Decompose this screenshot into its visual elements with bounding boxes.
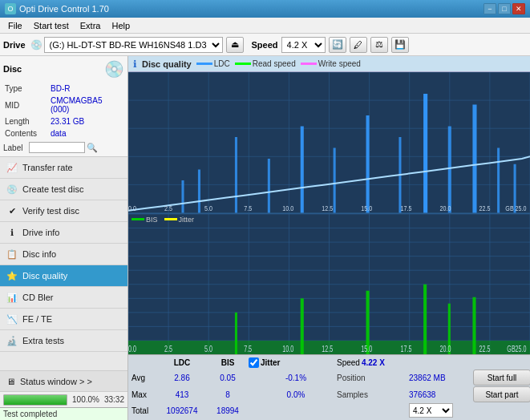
status-text: Test completed	[3, 410, 57, 418]
nav-disc-info-label: Disc info	[22, 249, 56, 259]
nav-verify-test-disc[interactable]: ✔ Verify test disc	[0, 200, 127, 222]
svg-text:15.0: 15.0	[361, 204, 372, 212]
svg-text:GB: GB	[505, 204, 514, 212]
fe-te-icon: 📉	[6, 313, 18, 325]
start-full-button[interactable]: Start full	[473, 370, 530, 386]
start-part-button[interactable]: Start part	[473, 386, 530, 402]
svg-text:0.0: 0.0	[128, 204, 136, 212]
legend-ldc: LDC	[196, 59, 230, 68]
main-layout: Disc 💿 Type BD-R MID CMCMAGBA5 (000) Len…	[0, 56, 530, 420]
eject-button[interactable]: ⏏	[226, 37, 244, 53]
nav-extra-tests[interactable]: 🔬 Extra tests	[0, 330, 127, 352]
disc-panel: Disc 💿 Type BD-R MID CMCMAGBA5 (000) Len…	[0, 56, 127, 157]
refresh-button[interactable]: 🔄	[329, 37, 346, 53]
ldc-header: LDC	[157, 358, 207, 367]
contents-label: Contents	[5, 128, 49, 139]
create-test-disc-icon: 💿	[6, 184, 18, 195]
nav-drive-info-label: Drive info	[22, 228, 59, 237]
nav-create-test-disc[interactable]: 💿 Create test disc	[0, 179, 127, 200]
bis-jitter-legend: BIS Jitter	[131, 216, 194, 224]
burn-button[interactable]: 🖊	[350, 37, 367, 53]
bis-legend-color	[131, 218, 144, 220]
avg-ldc: 2.86	[157, 374, 207, 382]
label-input[interactable]	[29, 142, 85, 153]
bottom-chart-svg: 10% 8% 6% 4% 2% 10 9 8 7 6 5 4 3 2 1	[128, 214, 530, 355]
svg-rect-77	[235, 312, 237, 354]
max-jitter: 0.0%	[249, 390, 337, 399]
status-window-label: Status window > >	[20, 377, 92, 386]
minimize-button[interactable]: −	[483, 3, 496, 14]
maximize-button[interactable]: □	[498, 3, 511, 14]
svg-rect-18	[181, 180, 184, 213]
menu-start-test[interactable]: Start test	[29, 19, 74, 32]
svg-text:12.5: 12.5	[322, 344, 333, 353]
max-label: Max	[131, 390, 157, 399]
top-chart: 18X 16X 12X 8X 4X 500 400 300 200 100 0.…	[128, 72, 530, 214]
bis-legend-item: BIS	[131, 216, 158, 224]
legend-ldc-color	[196, 63, 212, 65]
svg-rect-78	[301, 298, 304, 354]
svg-rect-20	[235, 137, 237, 213]
nav-disc-info[interactable]: 📋 Disc info	[0, 244, 127, 265]
svg-text:2.5: 2.5	[164, 204, 172, 212]
svg-rect-24	[366, 115, 370, 213]
drive-info-icon: ℹ	[6, 227, 18, 238]
type-label: Type	[5, 83, 49, 94]
dq-header: ℹ Disc quality LDC Read speed Write spee…	[128, 56, 530, 72]
verify-test-disc-icon: ✔	[6, 205, 18, 216]
disc-panel-title: Disc	[3, 64, 22, 74]
nav-drive-info[interactable]: ℹ Drive info	[0, 222, 127, 244]
bis-header: BIS	[207, 358, 249, 367]
legend-read: Read speed	[235, 59, 296, 68]
menu-help[interactable]: Help	[107, 19, 135, 32]
position-header: Position	[337, 374, 409, 382]
menu-file[interactable]: File	[3, 19, 27, 32]
nav-fe-te[interactable]: 📉 FE / TE	[0, 309, 127, 330]
label-search-icon[interactable]: 🔍	[87, 143, 98, 153]
sidebar-nav: 📈 Transfer rate 💿 Create test disc ✔ Ver…	[0, 157, 127, 370]
progress-bar-fill	[4, 395, 67, 405]
nav-disc-quality[interactable]: ⭐ Disc quality	[0, 265, 127, 287]
svg-text:5.0: 5.0	[204, 204, 212, 212]
charts-container: 18X 16X 12X 8X 4X 500 400 300 200 100 0.…	[128, 72, 530, 354]
nav-verify-test-disc-label: Verify test disc	[22, 206, 79, 216]
svg-text:15.0: 15.0	[361, 344, 372, 353]
avg-jitter: -0.1%	[249, 374, 337, 382]
svg-text:7.5: 7.5	[244, 204, 252, 212]
nav-create-test-disc-label: Create test disc	[22, 184, 83, 194]
length-value: 23.31 GB	[51, 116, 123, 127]
total-row: Total 1092674 18994 4.2 X	[131, 403, 527, 418]
dq-icon: ℹ	[133, 59, 137, 70]
avg-label: Avg	[131, 374, 157, 382]
nav-transfer-rate[interactable]: 📈 Transfer rate	[0, 157, 127, 179]
status-window-button[interactable]: 🖥 Status window > >	[0, 370, 127, 391]
save-button[interactable]: 💾	[391, 37, 409, 53]
legend-write-color	[301, 63, 317, 65]
total-label: Total	[131, 406, 157, 415]
svg-text:5.0: 5.0	[204, 344, 212, 353]
svg-text:12.5: 12.5	[322, 204, 333, 212]
svg-text:0.0: 0.0	[128, 344, 136, 353]
nav-fe-te-label: FE / TE	[22, 314, 52, 324]
menu-extra[interactable]: Extra	[75, 19, 106, 32]
speed-label: Speed	[252, 40, 278, 50]
svg-text:2.5: 2.5	[164, 344, 172, 353]
svg-rect-28	[472, 105, 476, 213]
nav-cd-bler[interactable]: 📊 CD Bler	[0, 287, 127, 309]
transfer-rate-icon: 📈	[6, 162, 18, 173]
compare-button[interactable]: ⚖	[370, 37, 388, 53]
disc-quality-icon: ⭐	[6, 270, 18, 281]
speed-dropdown[interactable]: 4.2 X	[409, 403, 453, 418]
speed-select[interactable]: 4.2 X	[281, 37, 326, 53]
drive-select[interactable]: (G:) HL-DT-ST BD-RE WH16NS48 1.D3	[44, 37, 223, 53]
disc-info-icon: 📋	[6, 248, 18, 260]
disc-info-table: Type BD-R MID CMCMAGBA5 (000) Length 23.…	[3, 82, 124, 140]
stats-panel: LDC BIS Jitter Speed 4.22 X Avg 2.86 0.0…	[128, 354, 530, 420]
svg-rect-22	[301, 127, 304, 213]
jitter-checkbox[interactable]	[249, 357, 259, 368]
jitter-legend-label: Jitter	[179, 216, 195, 224]
extra-tests-icon: 🔬	[6, 335, 18, 346]
close-button[interactable]: ✕	[512, 3, 525, 14]
position-val: 23862 MB	[409, 374, 473, 382]
status-bar: Test completed	[0, 407, 127, 420]
